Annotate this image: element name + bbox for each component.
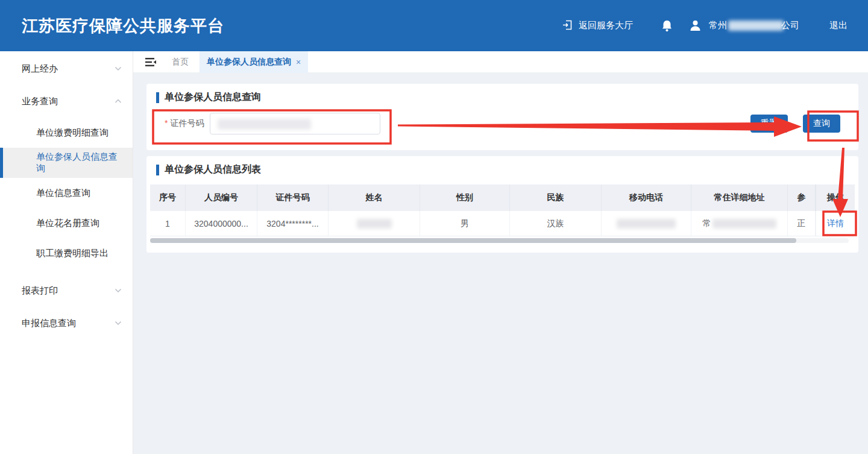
chevron-down-icon (115, 321, 122, 326)
company-name: 常州 公司 (709, 20, 799, 31)
section-title-bar (156, 165, 159, 175)
sidebar: 网上经办 业务查询 单位缴费明细查询 单位参保人员信息查询 单位信息查询 单位花… (0, 51, 133, 454)
redacted-address-blur (712, 219, 776, 229)
table-row: 1 3204000000... 3204********... 男 汉族 常 正… (150, 211, 855, 236)
cell-mobile (602, 211, 691, 236)
return-hall-icon (562, 19, 573, 33)
query-button[interactable]: 查询 (803, 115, 840, 133)
cell-address: 常 (691, 211, 788, 236)
detail-link[interactable]: 详情 (827, 218, 844, 229)
return-hall-button[interactable]: 返回服务大厅 (562, 19, 633, 33)
tab-home[interactable]: 首页 (172, 57, 189, 68)
col-header-mobile: 移动电话 (602, 184, 691, 211)
insured-person-table: 序号 人员编号 证件号码 姓名 性别 民族 移动电话 常住详细地址 参 操作 1… (150, 184, 855, 236)
horizontal-scrollbar-thumb[interactable] (150, 238, 796, 243)
cell-gender: 男 (420, 211, 510, 236)
sidebar-item-unit-roster-query[interactable]: 单位花名册查询 (0, 208, 133, 238)
app-header: 江苏医疗保障公共服务平台 返回服务大厅 常州 公司 退出 (0, 0, 868, 51)
required-mark: * (165, 118, 168, 128)
cell-name (329, 211, 420, 236)
chevron-up-icon (115, 99, 122, 104)
redacted-company-blur (728, 20, 784, 31)
collapse-menu-icon[interactable] (144, 57, 157, 68)
table-header-row: 序号 人员编号 证件号码 姓名 性别 民族 移动电话 常住详细地址 参 操作 (150, 184, 855, 211)
col-header-person-no: 人员编号 (186, 184, 257, 211)
col-header-address: 常住详细地址 (691, 184, 788, 211)
col-header-gender: 性别 (420, 184, 510, 211)
horizontal-scrollbar-track[interactable] (150, 238, 849, 243)
user-avatar-icon (689, 19, 702, 32)
sidebar-item-declaration-info-query[interactable]: 申报信息查询 (0, 307, 133, 339)
cell-cert-no: 3204********... (257, 211, 329, 236)
tab-bar: 首页 单位参保人员信息查询 × (133, 51, 868, 73)
col-header-index: 序号 (150, 184, 186, 211)
cert-no-input[interactable] (210, 113, 380, 134)
sidebar-item-report-print[interactable]: 报表打印 (0, 274, 133, 307)
col-header-name: 姓名 (329, 184, 420, 211)
redacted-mobile-blur (617, 219, 676, 229)
cell-actions: 详情 (816, 211, 855, 236)
chevron-down-icon (115, 66, 122, 71)
redacted-cert-no-blur (218, 119, 311, 130)
sidebar-item-business-query[interactable]: 业务查询 (0, 85, 133, 118)
list-section-title: 单位参保人员信息列表 (165, 163, 261, 176)
sidebar-item-employee-payment-export[interactable]: 职工缴费明细导出 (0, 238, 133, 268)
reset-button[interactable]: 重置 (750, 115, 788, 133)
list-panel: 单位参保人员信息列表 序号 人员编号 证件号码 姓名 性别 民族 移动电话 常住… (146, 156, 858, 253)
cell-ethnicity: 汉族 (510, 211, 602, 236)
cell-status-clipped: 正 (788, 211, 816, 236)
section-title-bar (156, 92, 159, 103)
tab-unit-insured-person-query[interactable]: 单位参保人员信息查询 × (200, 51, 308, 73)
cert-no-label: *证件号码 (165, 118, 204, 129)
sidebar-item-online-services[interactable]: 网上经办 (0, 52, 133, 85)
logout-button[interactable]: 退出 (829, 20, 848, 31)
return-hall-label: 返回服务大厅 (579, 20, 633, 31)
query-panel: 单位参保人员信息查询 *证件号码 重置 查询 (146, 84, 858, 150)
chevron-down-icon (115, 288, 122, 293)
sidebar-item-unit-info-query[interactable]: 单位信息查询 (0, 178, 133, 208)
col-header-status-clipped: 参 (788, 184, 816, 211)
sidebar-item-unit-payment-detail-query[interactable]: 单位缴费明细查询 (0, 118, 133, 148)
app-title: 江苏医疗保障公共服务平台 (22, 15, 224, 37)
sidebar-item-unit-insured-person-query[interactable]: 单位参保人员信息查询 (0, 148, 133, 178)
cell-index: 1 (150, 211, 186, 236)
cell-person-no: 3204000000... (186, 211, 257, 236)
redacted-name-blur (357, 219, 392, 229)
col-header-cert-no: 证件号码 (257, 184, 329, 211)
query-section-title: 单位参保人员信息查询 (165, 91, 261, 104)
notification-bell-icon[interactable] (661, 19, 673, 33)
col-header-actions: 操作 (816, 184, 855, 211)
close-icon[interactable]: × (296, 57, 301, 67)
col-header-ethnicity: 民族 (510, 184, 602, 211)
